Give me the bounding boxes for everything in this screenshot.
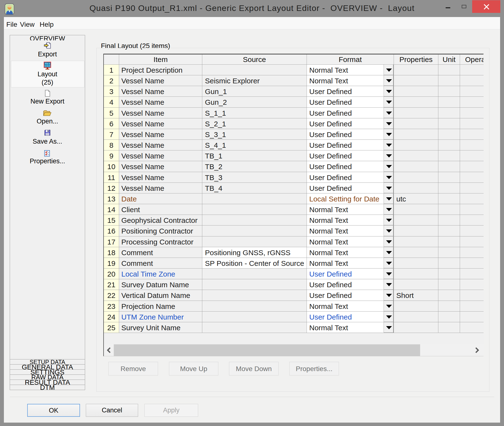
svg-text:Fix 4: Fix 4 <box>45 62 50 65</box>
svg-text:12:31:01: 12:31:01 <box>44 65 51 67</box>
